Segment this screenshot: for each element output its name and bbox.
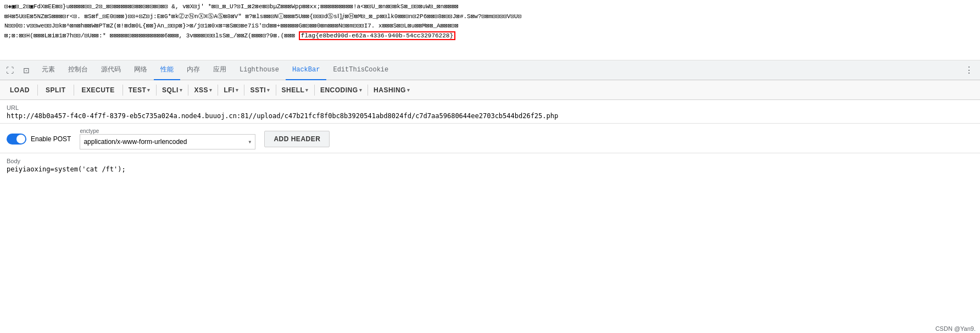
separator-1 [37,85,38,96]
enable-post-toggle[interactable] [7,134,26,145]
test-dropdown[interactable]: TEST ▾ [125,84,154,96]
enctype-label: enctype [80,128,255,134]
tab-lighthouse[interactable]: Lighthouse [233,60,286,80]
shell-dropdown-arrow: ▾ [305,87,309,93]
enable-post-label: Enable POST [31,135,71,143]
separator-8 [276,85,276,96]
tab-sources[interactable]: 源代码 [94,60,127,80]
tab-editthiscookie[interactable]: EditThisCookie [326,60,395,80]
sqli-dropdown-arrow: ▾ [180,87,183,93]
garbled-line-3: N⊡⊡0⊡:v⊡⊡we⊡⊡J⊡k⊠^⊠m⊠h⊠⊠W⊠P⊤⊠Z(⊠!⊠d⊠0L{⊠… [4,21,976,31]
device-icon[interactable]: ⊡ [19,63,34,78]
xss-dropdown[interactable]: XSS ▾ [191,84,215,96]
add-header-button[interactable]: ADD HEADER [264,131,330,147]
ssti-dropdown[interactable]: SSTI ▾ [247,84,273,96]
sqli-dropdown[interactable]: SQLI ▾ [159,84,186,96]
garbled-prefix: ⊠;⊠:⊠⊡H(⊠⊠⊠L⊠i⊠1⊠7h⊡⊡/⊡U⊠⊠:* ⊠⊠⊠⊠⊠⊡⊠⊠⊠⊠⊠… [4,32,295,39]
shell-dropdown[interactable]: SHELL ▾ [279,84,312,96]
garbled-line-2: ⊠H⊠5U⊡E⊠5NZ⊠S⊠⊠⊠⊡r<⊡. ⊠S⊠f_⊡E0⊡⊠⊠)⊡⊡+⊡Z⊡… [4,12,976,22]
enable-post-container: Enable POST [7,134,71,145]
tab-elements[interactable]: 元素 [35,60,62,80]
ssti-dropdown-arrow: ▾ [267,87,270,93]
devtools-tabbar: ⛶ ⊡ 元素 控制台 源代码 网络 性能 内存 应用 Lighthouse Ha… [0,60,980,80]
xss-dropdown-arrow: ▾ [209,87,213,93]
hashing-dropdown-arrow: ▾ [407,87,410,93]
url-label: URL [7,104,973,111]
flag-value: flag{e8bed90d-e62a-4336-940b-54cc3297622… [299,31,455,40]
tab-console[interactable]: 控制台 [62,60,94,80]
url-section: URL http://48b0a457-f4c0-4f7f-8379-eb5c7… [0,100,980,124]
garbled-line-1: ⊡◈▣⊡_2⊡▣FdX⊠EE⊠⊡}u⊠⊠⊠⊠⊡⊡_2⊡_⊠⊡⊠⊠⊠⊠⊠⊡⊠⊠⊡⊠… [4,2,976,12]
tab-hackbar[interactable]: HackBar [286,60,326,80]
tab-memory[interactable]: 内存 [180,60,207,80]
encoding-dropdown-arrow: ▾ [359,87,363,93]
separator-2 [74,85,74,96]
separator-3 [122,85,123,96]
hashing-dropdown[interactable]: HASHING ▾ [370,84,413,96]
tab-network[interactable]: 网络 [127,60,154,80]
garbled-line-4: ⊠;⊠:⊠⊡H(⊠⊠⊠L⊠i⊠1⊠7h⊡⊡/⊡U⊠⊠:* ⊠⊠⊠⊠⊠⊡⊠⊠⊠⊠⊠… [4,31,976,41]
post-section: Enable POST enctype application/x-www-fo… [0,124,980,153]
tab-application[interactable]: 应用 [207,60,233,80]
body-section: Body peiyiaoxing=system('cat /ft'); [0,153,980,175]
lfi-dropdown-arrow: ▾ [236,87,239,93]
tab-performance[interactable]: 性能 [154,60,180,80]
garbled-content-area: ⊡◈▣⊡_2⊡▣FdX⊠EE⊠⊡}u⊠⊠⊠⊠⊡⊡_2⊡_⊠⊡⊠⊠⊠⊠⊠⊡⊠⊠⊡⊠… [0,0,980,60]
load-button[interactable]: LOAD [4,84,35,96]
split-button[interactable]: SPLIT [40,84,71,96]
separator-7 [244,85,244,96]
url-value[interactable]: http://48b0a457-f4c0-4f7f-8379-eb5c735a0… [7,112,973,120]
separator-6 [218,85,218,96]
execute-button[interactable]: EXECUTE [76,84,120,96]
separator-4 [156,85,157,96]
enctype-dropdown-arrow: ▾ [244,138,255,146]
test-dropdown-arrow: ▾ [147,87,151,93]
separator-10 [368,85,368,96]
body-label: Body [7,158,973,164]
encoding-dropdown[interactable]: ENCODING ▾ [317,84,365,96]
devtools-more-icon[interactable]: ⋮ [960,63,978,78]
hackbar-toolbar: LOAD SPLIT EXECUTE TEST ▾ SQLI ▾ XSS ▾ L… [0,80,980,100]
enctype-container: enctype application/x-www-form-urlencode… [80,128,255,149]
enctype-select[interactable]: application/x-www-form-urlencoded multip… [80,137,244,147]
enctype-select-wrapper: application/x-www-form-urlencoded multip… [80,134,255,149]
separator-5 [188,85,188,96]
cursor-icon[interactable]: ⛶ [2,63,18,78]
lfi-dropdown[interactable]: LFI ▾ [220,84,242,96]
body-value[interactable]: peiyiaoxing=system('cat /ft'); [7,165,973,173]
separator-9 [314,85,315,96]
